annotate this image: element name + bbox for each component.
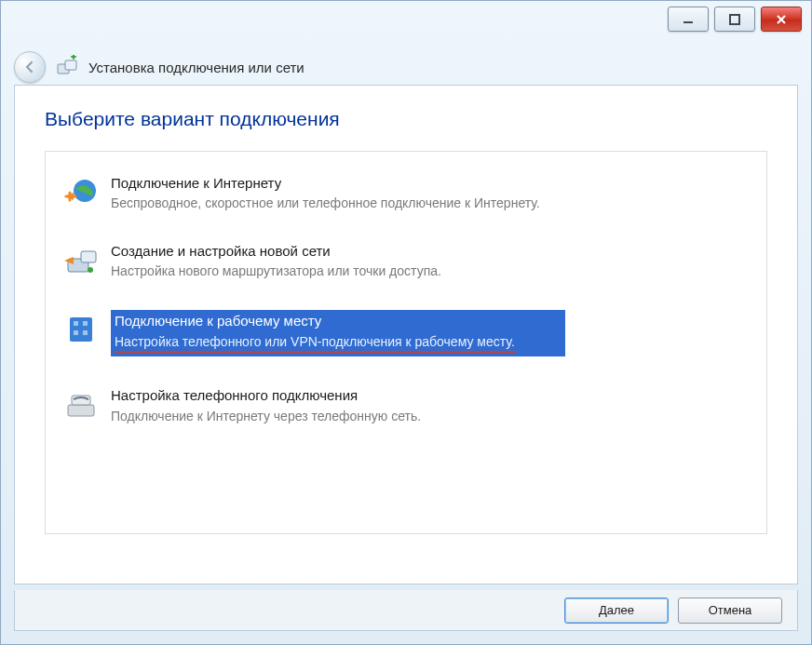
option-internet[interactable]: Подключение к Интернету Беспроводное, ск… <box>55 163 757 223</box>
option-title: Подключение к Интернету <box>111 174 750 193</box>
option-text: Подключение к Интернету Беспроводное, ск… <box>111 174 750 212</box>
option-title: Настройка телефонного подключения <box>111 386 750 405</box>
option-desc: Подключение к Интернету через телефонную… <box>111 408 750 425</box>
maximize-icon <box>729 14 740 25</box>
titlebar <box>1 1 811 49</box>
cancel-button[interactable]: Отмена <box>678 598 782 624</box>
option-desc: Настройка нового маршрутизатора или точк… <box>111 262 750 280</box>
option-title: Подключение к рабочему месту <box>115 312 560 330</box>
svg-rect-10 <box>70 317 92 342</box>
back-arrow-icon <box>22 60 37 74</box>
maximize-button[interactable] <box>714 7 755 32</box>
page-heading: Выберите вариант подключения <box>45 108 767 130</box>
phone-modem-icon <box>62 386 100 423</box>
header: Установка подключения или сети <box>1 49 811 85</box>
svg-rect-11 <box>74 321 78 326</box>
router-icon <box>62 242 100 279</box>
svg-rect-14 <box>83 330 88 335</box>
option-desc: Беспроводное, скоростное или телефонное … <box>111 195 750 212</box>
svg-rect-13 <box>74 330 78 335</box>
option-text: Подключение к рабочему месту Настройка т… <box>111 310 565 356</box>
next-button[interactable]: Далее <box>564 598 669 624</box>
minimize-button[interactable] <box>668 7 709 32</box>
option-text: Настройка телефонного подключения Подклю… <box>111 386 750 424</box>
minimize-icon <box>683 14 694 25</box>
svg-rect-0 <box>683 21 693 23</box>
svg-rect-1 <box>730 15 739 24</box>
option-new-network[interactable]: Создание и настройка новой сети Настройк… <box>55 231 757 291</box>
option-text: Создание и настройка новой сети Настройк… <box>111 242 750 280</box>
network-wizard-icon <box>55 55 79 79</box>
content-panel: Выберите вариант подключения Подключение… <box>14 85 798 585</box>
close-icon <box>775 13 788 26</box>
svg-point-9 <box>88 267 93 273</box>
footer: Далее Отмена <box>14 590 798 631</box>
building-icon <box>62 310 100 347</box>
globe-icon <box>62 174 100 211</box>
svg-rect-5 <box>65 60 76 70</box>
option-title: Создание и настройка новой сети <box>111 242 750 261</box>
back-button[interactable] <box>14 51 46 83</box>
option-desc: Настройка телефонного или VPN-подключени… <box>115 333 515 354</box>
svg-rect-12 <box>83 321 88 326</box>
option-dialup[interactable]: Настройка телефонного подключения Подклю… <box>55 375 757 436</box>
close-button[interactable] <box>761 7 802 32</box>
header-title: Установка подключения или сети <box>88 60 304 75</box>
svg-rect-8 <box>81 251 96 262</box>
wizard-window: Установка подключения или сети Выберите … <box>0 0 812 645</box>
options-list: Подключение к Интернету Беспроводное, ск… <box>45 151 767 534</box>
svg-rect-15 <box>68 405 94 416</box>
option-workplace[interactable]: Подключение к рабочему месту Настройка т… <box>55 299 573 368</box>
